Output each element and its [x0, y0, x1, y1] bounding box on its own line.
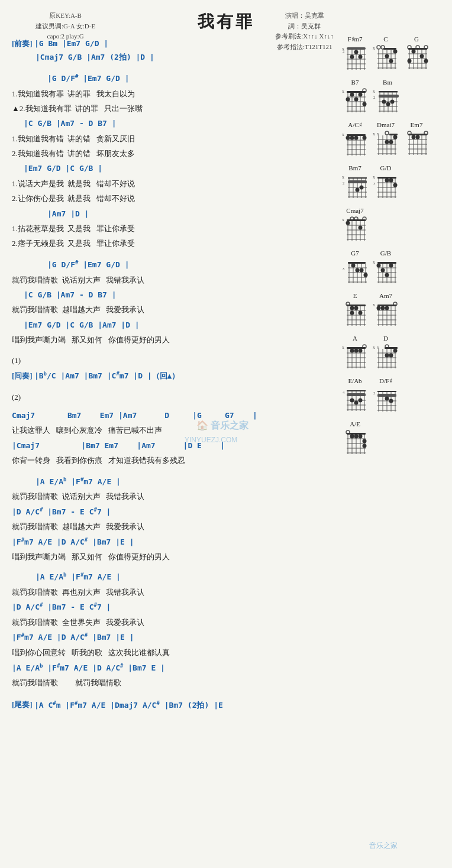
svg-point-199	[377, 264, 381, 268]
svg-point-214	[350, 306, 354, 310]
chord-ac-sharp: A/C♯ x	[342, 121, 368, 158]
svg-point-184	[351, 264, 356, 268]
verse1-lyric1a: 1.我知道我有罪 讲的罪 我太自以为	[12, 87, 331, 101]
page: 原KEY:A-B 建议男调:G-A 女:D-E capo:2 play:G 我有…	[0, 0, 452, 719]
chord-row-5: Cmaj7 x	[340, 207, 449, 247]
verse1-lyric3a: 1.说话大声是我 就是我 错却不好说	[12, 177, 331, 190]
svg-point-171	[346, 221, 350, 225]
svg-point-12	[359, 55, 363, 59]
svg-point-172	[359, 226, 363, 230]
chorus2a-lyric3: 唱到我声嘶力竭 那又如何 你值得更好的男人	[12, 550, 331, 563]
chord-row-1: F♯m7 x	[340, 35, 449, 76]
chord-cmaj7: Cmaj7 x	[342, 207, 368, 244]
svg-rect-50	[347, 91, 366, 93]
chord-d-fsharp: D/F♯ 2	[373, 377, 399, 414]
svg-point-60	[350, 93, 354, 97]
chord-row-2: B7 x	[340, 79, 449, 119]
svg-point-13	[350, 55, 354, 59]
chord-a: A x	[342, 335, 368, 371]
svg-text:x: x	[342, 89, 344, 94]
svg-text:x: x	[373, 345, 375, 350]
chorus1-lyric2: 就罚我唱情歌 越唱越大声 我爱我承认	[12, 303, 331, 316]
svg-text:x: x	[373, 174, 375, 180]
svg-text:2: 2	[343, 181, 345, 186]
verse1-lyric2b: 2.我知道我有错 讲的错 坏朋友太多	[12, 147, 331, 160]
svg-text:x: x	[373, 46, 375, 51]
svg-point-261	[393, 349, 398, 353]
svg-text:2: 2	[343, 49, 345, 54]
svg-text:x: x	[342, 345, 344, 350]
chorus1-chord2: |C G/B |Am7 - D B7 |	[12, 288, 331, 302]
verse1-chord2: |C G/B |Am7 - D B7 |	[12, 116, 331, 130]
svg-point-231	[381, 306, 385, 310]
lyrics-section: [前奏] |G Bm |Em7 G/D | |Cmaj7 G/B |Am7 (2…	[0, 35, 337, 713]
prelude-line2: |Cmaj7 G/B |Am7 (2拍) |D |	[12, 50, 331, 64]
svg-point-80	[390, 100, 395, 104]
svg-point-79	[386, 102, 390, 106]
svg-point-64	[363, 102, 367, 106]
chorus2a-chord1: |A E/Ab |F#m7 A/E |	[12, 475, 331, 489]
chord-g-b: G/B x	[373, 250, 399, 286]
chord-c: C x	[373, 35, 399, 72]
chord-bm7: Bm7 x 2	[342, 164, 368, 201]
chord-em7: Em7	[403, 121, 430, 158]
chord-d: D x x	[373, 335, 399, 371]
bridge-lyric1: 让我这罪人 嚷到心灰意冷 痛苦已喊不出声	[12, 423, 331, 437]
bridge-lyric2: 你背一转身 我看到你伤痕 才知道我错我有多残忍	[12, 454, 331, 467]
svg-point-263	[385, 354, 389, 358]
svg-point-246	[354, 349, 359, 353]
verse1-lyric3b: 2.让你伤心是我 就是我 错却不好说	[12, 192, 331, 205]
svg-text:x: x	[342, 217, 344, 222]
svg-point-110	[393, 135, 398, 140]
svg-text:2: 2	[373, 95, 376, 100]
chord-g7: G7 x	[342, 250, 368, 286]
svg-point-45	[420, 54, 424, 59]
chord-a-e: A/E	[342, 420, 368, 457]
svg-rect-34	[408, 48, 427, 50]
svg-rect-1	[347, 47, 366, 50]
svg-point-186	[364, 273, 368, 277]
original-key: 原KEY:A-B	[35, 11, 95, 21]
svg-point-46	[408, 59, 412, 63]
chord-g: G	[403, 35, 430, 72]
chord-g-d: G/D x x	[373, 164, 399, 201]
svg-point-247	[359, 349, 363, 353]
svg-point-29	[385, 54, 389, 59]
suggested-key: 建议男调:G-A 女:D-E	[35, 21, 95, 32]
verse1-chord3: |Em7 G/D |C G/B |	[12, 161, 331, 175]
svg-point-245	[350, 349, 354, 353]
chord-am7: Am7 x	[373, 292, 399, 329]
svg-point-201	[385, 273, 389, 277]
svg-point-262	[389, 354, 393, 358]
svg-point-185	[356, 268, 360, 273]
svg-point-30	[389, 59, 393, 63]
svg-text:x: x	[343, 266, 345, 271]
chorus2b-lyric3: 唱到你心回意转 听我的歌 这次我比谁都认真	[12, 646, 331, 659]
svg-point-44	[412, 50, 416, 54]
svg-point-276	[354, 401, 359, 405]
chord-row-8: A x	[340, 335, 449, 375]
svg-rect-174	[348, 262, 366, 264]
svg-point-308	[363, 439, 367, 443]
svg-text:x: x	[342, 132, 344, 137]
meta-right: 演唱：吴克羣 詞：吴克群 参考刷法:X↑↑↓ X↑↓↑ 参考指法:T121T12…	[275, 11, 334, 52]
chorus2b-lyric4: 就罚我唱情歌 就罚我唱情歌	[12, 676, 331, 689]
outro-section: [尾奏] |A C#m |F#m7 A/E |Dmaj7 A/C# |Bm7 (…	[12, 698, 331, 712]
verse1-lyric4a: 1.拈花惹草是我 又是我 罪让你承受	[12, 222, 331, 235]
svg-text:x: x	[373, 131, 375, 137]
chorus1-lyric3: 唱到我声嘶力竭 那又如何 你值得更好的男人	[12, 333, 331, 346]
chord-row-9: E/Ab 4	[340, 377, 449, 418]
title-section: 原KEY:A-B 建议男调:G-A 女:D-E capo:2 play:G 我有…	[0, 6, 452, 35]
svg-point-126	[416, 135, 420, 140]
svg-point-215	[354, 306, 359, 310]
chorus2b-chord1: |A E/Ab |F#m7 A/E |	[12, 570, 331, 584]
svg-point-93	[346, 136, 350, 140]
svg-point-278	[350, 399, 354, 403]
chord-fsharp-m7: F♯m7 x	[342, 35, 368, 73]
marker1: (1)	[12, 354, 331, 367]
chorus2a-lyric1: 就罚我唱情歌 说话别大声 我错我承认	[12, 490, 331, 503]
svg-point-156	[393, 183, 398, 187]
capo: capo:2 play:G	[35, 31, 95, 42]
chord-e-ab: E/Ab 4	[342, 377, 368, 414]
chord-row-6: G7 x	[340, 250, 449, 290]
